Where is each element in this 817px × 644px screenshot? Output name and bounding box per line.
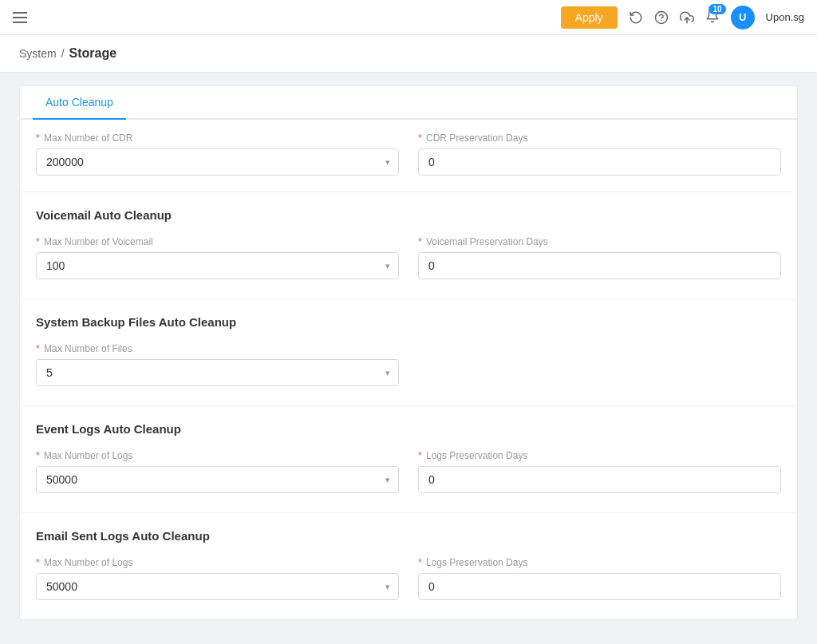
cdr-section: * Max Number of CDR 200000 100000 50000 …	[20, 120, 797, 192]
email-logs-form-row: * Max Number of Logs 50000 10000 100000 …	[36, 557, 781, 600]
email-logs-section-title: Email Sent Logs Auto Cleanup	[36, 529, 781, 543]
logs-event-preservation-label: * Logs Preservation Days	[418, 450, 781, 461]
voicemail-preservation-required: *	[418, 236, 422, 247]
max-voicemail-select-wrapper: 100 50 200 ▾	[36, 252, 399, 279]
hamburger-menu-icon[interactable]	[13, 12, 27, 23]
logs-email-preservation-label: * Logs Preservation Days	[418, 557, 781, 568]
tab-auto-cleanup[interactable]: Auto Cleanup	[33, 86, 126, 120]
voicemail-preservation-group: * Voicemail Preservation Days	[418, 236, 781, 279]
help-icon[interactable]	[654, 10, 669, 25]
max-files-label: * Max Number of Files	[36, 343, 399, 354]
max-logs-event-label: * Max Number of Logs	[36, 450, 399, 461]
breadcrumb-system[interactable]: System	[19, 47, 57, 60]
content-wrapper: Auto Cleanup * Max Number of CDR 200000	[19, 85, 798, 620]
notification-bell[interactable]: 10	[705, 9, 720, 26]
max-logs-event-group: * Max Number of Logs 50000 10000 100000 …	[36, 450, 399, 493]
event-logs-section: Event Logs Auto Cleanup * Max Number of …	[20, 406, 797, 513]
breadcrumb-current: Storage	[69, 46, 117, 61]
max-files-required: *	[36, 343, 40, 354]
max-logs-event-select-wrapper: 50000 10000 100000 ▾	[36, 466, 399, 493]
header-left	[13, 12, 27, 23]
cdr-preservation-group: * CDR Preservation Days	[418, 132, 781, 176]
logs-event-preservation-required: *	[418, 450, 422, 461]
main-header: Apply	[0, 0, 817, 35]
max-voicemail-label: * Max Number of Voicemail	[36, 236, 399, 247]
voicemail-preservation-input[interactable]	[418, 252, 781, 279]
logs-event-preservation-group: * Logs Preservation Days	[418, 450, 781, 493]
max-cdr-select[interactable]: 200000 100000 50000	[37, 149, 398, 175]
max-files-select[interactable]: 5 3 10	[37, 360, 398, 385]
max-files-group: * Max Number of Files 5 3 10 ▾	[36, 343, 399, 386]
voicemail-section-title: Voicemail Auto Cleanup	[36, 208, 781, 222]
max-logs-event-required: *	[36, 450, 40, 461]
logs-event-preservation-input[interactable]	[418, 466, 781, 493]
logs-email-preservation-input[interactable]	[418, 573, 781, 600]
max-logs-email-select-wrapper: 50000 10000 100000 ▾	[36, 573, 399, 600]
max-logs-email-label: * Max Number of Logs	[36, 557, 399, 568]
user-name-label[interactable]: Upon.sg	[766, 11, 804, 23]
max-logs-email-required: *	[36, 557, 40, 568]
user-avatar[interactable]: U	[731, 6, 755, 30]
cdr-form-row: * Max Number of CDR 200000 100000 50000 …	[36, 132, 781, 176]
max-voicemail-group: * Max Number of Voicemail 100 50 200 ▾	[36, 236, 399, 279]
breadcrumb-separator: /	[61, 47, 65, 60]
backup-section: System Backup Files Auto Cleanup * Max N…	[20, 299, 797, 406]
voicemail-section: Voicemail Auto Cleanup * Max Number of V…	[20, 192, 797, 299]
tabs-bar: Auto Cleanup	[20, 86, 797, 120]
max-voicemail-required: *	[36, 236, 40, 247]
main-content: Auto Cleanup * Max Number of CDR 200000	[0, 73, 817, 633]
header-right: Apply	[561, 6, 804, 30]
breadcrumb: System / Storage	[0, 35, 817, 73]
voicemail-form-row: * Max Number of Voicemail 100 50 200 ▾	[36, 236, 781, 279]
restore-icon[interactable]	[629, 10, 643, 25]
max-cdr-select-wrapper: 200000 100000 50000 ▾	[36, 148, 399, 176]
notification-badge: 10	[708, 4, 725, 14]
max-logs-email-group: * Max Number of Logs 50000 10000 100000 …	[36, 557, 399, 600]
backup-form-row: * Max Number of Files 5 3 10 ▾	[36, 343, 781, 386]
voicemail-preservation-label: * Voicemail Preservation Days	[418, 236, 781, 247]
upload-icon[interactable]	[680, 10, 694, 25]
cdr-preservation-input[interactable]	[418, 148, 781, 176]
max-voicemail-select[interactable]: 100 50 200	[37, 253, 398, 279]
event-logs-section-title: Event Logs Auto Cleanup	[36, 422, 781, 436]
max-logs-event-select[interactable]: 50000 10000 100000	[37, 467, 398, 492]
max-logs-email-select[interactable]: 50000 10000 100000	[37, 574, 398, 599]
max-cdr-group: * Max Number of CDR 200000 100000 50000 …	[36, 132, 399, 176]
sections-container: * Max Number of CDR 200000 100000 50000 …	[20, 120, 797, 619]
logs-email-preservation-group: * Logs Preservation Days	[418, 557, 781, 600]
logs-email-preservation-required: *	[418, 557, 422, 568]
event-logs-form-row: * Max Number of Logs 50000 10000 100000 …	[36, 450, 781, 493]
max-cdr-required: *	[36, 132, 40, 144]
cdr-preservation-label: * CDR Preservation Days	[418, 132, 781, 144]
email-logs-section: Email Sent Logs Auto Cleanup * Max Numbe…	[20, 513, 797, 619]
backup-section-title: System Backup Files Auto Cleanup	[36, 315, 781, 329]
cdr-preservation-required: *	[418, 132, 422, 144]
max-files-select-wrapper: 5 3 10 ▾	[36, 359, 399, 386]
max-cdr-label: * Max Number of CDR	[36, 132, 399, 144]
apply-button[interactable]: Apply	[561, 6, 618, 29]
